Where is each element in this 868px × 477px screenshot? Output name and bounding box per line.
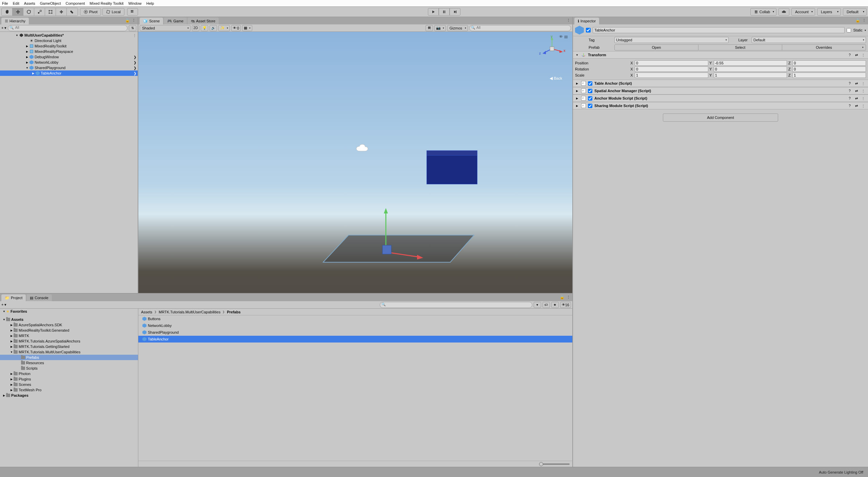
foldout-icon[interactable]: ▶ [9,339,14,343]
hierarchy-item[interactable]: ▶NetworkLobby❯ [0,60,138,65]
component-menu-icon[interactable]: ⋮ [861,52,866,58]
component-menu-icon[interactable]: ⋮ [861,103,866,108]
asset-item[interactable]: TableAnchor [138,336,572,343]
hierarchy-item[interactable]: ▶DebugWindow❯ [0,54,138,60]
tab-project[interactable]: 📁Project [1,294,26,301]
project-folder[interactable]: ▶ MixedRealityToolkit.Generated [0,328,138,333]
menu-window[interactable]: Window [128,1,141,5]
hierarchy-item[interactable]: ▶MixedRealityToolkit [0,43,138,49]
scale-z-input[interactable] [792,72,866,78]
scene-maximize-icon[interactable]: ⋮ [566,18,571,23]
foldout-icon[interactable]: ▶ [9,382,14,387]
prefab-select-button[interactable]: Select [698,44,782,50]
x-label[interactable]: X [629,61,634,65]
hierarchy-item[interactable]: ☀Directional Light [0,38,138,43]
menu-assets[interactable]: Assets [24,1,35,5]
component-header[interactable]: ▶#Table Anchor (Script)?⇄⋮ [573,80,868,87]
tab-console[interactable]: ▤Console [26,294,52,301]
foldout-icon[interactable]: ▶ [575,81,579,85]
tools-icon[interactable]: 🛠 [426,25,433,31]
collab-dropdown[interactable]: Collab [750,8,776,16]
breadcrumb-item[interactable]: MRTK.Tutorials.MultiUserCapabilities [159,310,220,314]
chevron-right-icon[interactable]: ❯ [134,55,136,59]
scale-y-input[interactable] [714,72,787,78]
rect-tool[interactable] [45,8,56,16]
rotation-y-input[interactable] [714,66,787,72]
tab-assetstore[interactable]: 🛍Asset Store [188,18,219,24]
fx-dropdown[interactable]: ✨ [218,25,230,31]
foldout-icon[interactable]: ▶ [31,71,35,75]
project-folder[interactable]: ▶ Photon [0,371,138,376]
scene-back-button[interactable]: ◀ Back [550,76,562,81]
move-tool[interactable] [13,8,23,16]
mode-2d-toggle[interactable]: 2D [192,25,199,31]
active-checkbox[interactable] [586,28,591,33]
component-menu-icon[interactable]: ⋮ [861,81,866,86]
project-folder[interactable]: Resources [0,360,138,366]
static-checkbox[interactable] [847,28,851,33]
preset-icon[interactable]: ⇄ [854,96,859,101]
foldout-icon[interactable]: ▶ [9,372,14,376]
project-search[interactable] [380,302,532,308]
foldout-icon[interactable]: ▶ [25,60,29,64]
help-icon[interactable]: ? [847,52,852,58]
y-label[interactable]: Y [708,61,713,65]
hierarchy-menu-icon[interactable]: ⋮ [131,18,136,23]
help-icon[interactable]: ? [847,103,852,108]
play-button[interactable] [428,8,439,16]
foldout-icon[interactable]: ▶ [9,388,14,392]
project-folder[interactable]: ▶ MRTK.Tutorials.GettingStarted [0,344,138,349]
inspector-lock-icon[interactable]: 🔒 [855,18,861,23]
lighting-status[interactable]: Auto Generate Lighting Off [819,470,863,474]
cloud-button[interactable] [778,8,789,16]
lighting-toggle[interactable]: 💡 [201,25,208,31]
component-header[interactable]: ▶#Spatial Anchor Manager (Script)?⇄⋮ [573,87,868,95]
gizmos-dropdown[interactable]: Gizmos [447,25,468,31]
foldout-icon[interactable]: ▶ [575,96,579,100]
project-folder[interactable]: ▶ MRTK.Tutorials.AzureSpatialAnchors [0,338,138,344]
hierarchy-search[interactable] [8,25,127,31]
orientation-gizmo[interactable]: y x z [538,35,566,62]
project-folder[interactable]: ▶ Scenes [0,382,138,387]
create-dropdown[interactable]: + ▾ [1,26,6,30]
prefab-open-button[interactable]: Open [614,44,698,50]
add-component-button[interactable]: Add Component [663,113,778,122]
asset-item[interactable]: NetworkLobby [138,322,572,329]
hierarchy-search-input[interactable] [15,25,124,29]
rotation-z-input[interactable] [792,66,866,72]
project-folder[interactable]: ▶ AzureSpatialAnchors.SDK [0,322,138,328]
menu-gameobject[interactable]: GameObject [40,1,61,5]
breadcrumb-item[interactable]: Prefabs [227,310,240,314]
menu-mrtk[interactable]: Mixed Reality Toolkit [90,1,123,5]
project-folder[interactable]: Prefabs [0,355,138,360]
multi-tool[interactable] [56,8,67,16]
rotate-tool[interactable] [23,8,34,16]
hidden-count[interactable]: 👁 0 [231,25,241,31]
pause-button[interactable] [439,8,450,16]
inspector-menu-icon[interactable]: ⋮ [861,18,867,23]
foldout-icon[interactable]: ▶ [25,49,29,54]
position-z-input[interactable] [792,60,866,66]
menu-edit[interactable]: Edit [13,1,19,5]
preset-icon[interactable]: ⇄ [854,88,859,94]
foldout-icon[interactable]: ▶ [25,55,29,59]
hidden-packages[interactable]: 👁 16 [560,302,571,308]
position-x-input[interactable] [635,60,708,66]
hierarchy-item[interactable]: ▼SharedPlayground❯ [0,65,138,70]
tab-inspector[interactable]: ℹInspector [574,18,599,24]
hierarchy-filter-icon[interactable]: ⇅ [129,25,136,31]
snap-toggle[interactable] [127,8,138,16]
component-header[interactable]: ▶#Anchor Module Script (Script)?⇄⋮ [573,95,868,102]
help-icon[interactable]: ? [847,88,852,94]
project-create-dropdown[interactable]: + ▾ [1,303,6,307]
asset-item[interactable]: SharedPlayground [138,329,572,336]
layer-dropdown[interactable]: Default [752,37,866,43]
scale-tool[interactable] [34,8,45,16]
rotation-x-input[interactable] [635,66,708,72]
component-enabled-checkbox[interactable] [588,89,592,93]
component-enabled-checkbox[interactable] [588,104,592,108]
asset-item[interactable]: Buttons [138,315,572,322]
project-folder[interactable]: ▶ Plugins [0,376,138,382]
packages-row[interactable]: ▶ Packages [0,393,138,398]
component-enabled-checkbox[interactable] [588,81,592,86]
